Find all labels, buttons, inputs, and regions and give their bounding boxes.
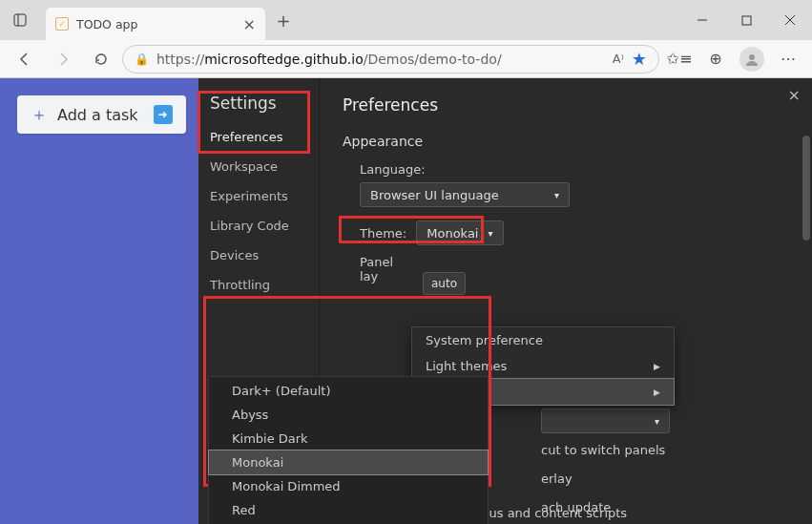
window-controls [680, 0, 812, 40]
lock-icon: 🔒 [135, 52, 149, 66]
svg-rect-3 [742, 16, 751, 25]
read-aloud-icon[interactable]: A⁾ [613, 52, 624, 66]
tab-close-icon[interactable]: × [243, 15, 256, 33]
refresh-button[interactable] [84, 44, 118, 74]
preferences-heading: Preferences [343, 95, 789, 115]
sidebar-item-preferences[interactable]: Preferences [198, 122, 319, 152]
sidebar-item-experiments[interactable]: Experiments [198, 181, 319, 211]
theme-option[interactable]: Red [209, 498, 488, 522]
back-button[interactable] [8, 44, 42, 74]
theme-option[interactable]: Dark+ (Default) [209, 379, 488, 403]
address-bar: 🔒 https://microsoftedge.github.io/Demos/… [0, 40, 812, 78]
sidebar-item-devices[interactable]: Devices [198, 241, 319, 270]
theme-option-selected[interactable]: Monokai [209, 451, 488, 474]
browser-tab[interactable]: ✓ TODO app × [46, 8, 265, 40]
chevron-down-icon: ▾ [554, 190, 559, 200]
maximize-button[interactable] [724, 0, 768, 40]
sidebar-item-throttling[interactable]: Throttling [198, 270, 319, 300]
tab-actions-button[interactable] [0, 0, 40, 40]
theme-option[interactable]: Abyss [209, 403, 488, 427]
sidebar-item-workspace[interactable]: Workspace [198, 152, 319, 181]
submit-icon[interactable]: ➜ [154, 105, 173, 124]
language-label: Language: [360, 162, 426, 177]
close-window-button[interactable] [768, 0, 812, 40]
settings-title: Settings [198, 90, 319, 122]
scrollbar[interactable] [802, 136, 810, 241]
tab-favicon: ✓ [55, 17, 69, 31]
favorite-icon[interactable]: ★ [632, 49, 647, 69]
profile-button[interactable] [736, 44, 768, 74]
theme-list-dropdown: Dark+ (Default) Abyss Kimbie Dark Monoka… [208, 376, 489, 524]
url-text: https://microsoftedge.github.io/Demos/de… [156, 52, 605, 67]
favorites-button[interactable]: ✩≡ [663, 44, 696, 74]
new-tab-button[interactable]: + [269, 10, 298, 31]
sidebar-item-library[interactable]: Library Code [198, 211, 319, 241]
tab-title: TODO app [76, 17, 137, 31]
panel-layout-label: Panel lay [360, 255, 413, 283]
chevron-down-icon: ▾ [488, 228, 492, 239]
svg-rect-0 [14, 14, 26, 26]
language-select[interactable]: Browser UI language ▾ [360, 182, 570, 207]
submenu-system-preference[interactable]: System preference [412, 327, 674, 353]
triangle-right-icon: ▶ [654, 388, 660, 397]
plus-icon: ＋ [31, 103, 48, 126]
submenu-light-themes[interactable]: Light themes▶ [412, 353, 674, 379]
minimize-button[interactable] [680, 0, 724, 40]
add-task-label: Add a task [57, 106, 138, 124]
page-content: ＋ Add a task ➜ Settings Preferences Work… [0, 78, 812, 524]
hint-overlay: erlay [541, 472, 573, 486]
add-task-input[interactable]: ＋ Add a task ➜ [17, 95, 186, 134]
theme-select[interactable]: Monokai ▾ [416, 220, 503, 245]
chevron-down-icon: ▾ [655, 416, 659, 427]
avatar-icon [739, 47, 764, 72]
svg-point-6 [749, 54, 755, 60]
extra-select[interactable]: ▾ [541, 409, 670, 433]
panel-layout-select[interactable]: auto [423, 272, 466, 295]
close-settings-icon[interactable]: × [788, 86, 801, 104]
hint-switch: cut to switch panels [541, 443, 665, 457]
more-button[interactable]: ⋯ [772, 44, 804, 74]
forward-button[interactable] [46, 44, 80, 74]
collections-button[interactable]: ⊕ [699, 44, 732, 74]
triangle-right-icon: ▶ [654, 362, 660, 371]
window-titlebar: ✓ TODO app × + [0, 0, 812, 40]
theme-label: Theme: [360, 226, 406, 241]
theme-option[interactable]: Kimbie Dark [209, 427, 488, 451]
theme-option[interactable]: Monokai Dimmed [209, 474, 488, 498]
appearance-heading: Appearance [343, 134, 789, 149]
url-input[interactable]: 🔒 https://microsoftedge.github.io/Demos/… [122, 45, 659, 73]
